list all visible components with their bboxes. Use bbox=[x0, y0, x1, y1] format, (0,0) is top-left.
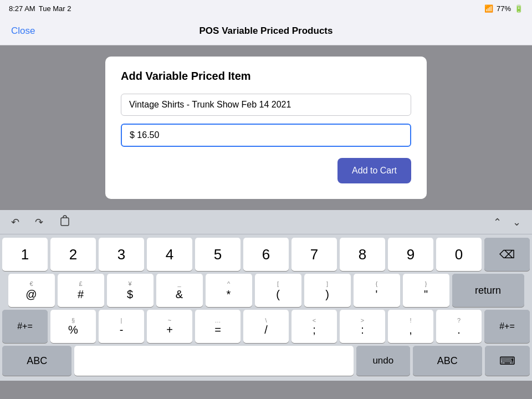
key-9[interactable]: 9 bbox=[388, 238, 433, 271]
close-button[interactable]: Close bbox=[11, 25, 35, 37]
key-semicolon[interactable]: < ; bbox=[291, 310, 337, 343]
key-delete[interactable]: ⌫ bbox=[484, 238, 530, 271]
key-keyboard-dismiss[interactable]: ⌨ bbox=[485, 346, 530, 376]
add-to-cart-button[interactable]: Add to Cart bbox=[337, 158, 411, 183]
key-asterisk[interactable]: ^ * bbox=[206, 274, 252, 307]
key-question[interactable]: ? . bbox=[436, 310, 482, 343]
key-abc-right[interactable]: ABC bbox=[413, 346, 482, 376]
key-plus[interactable]: ~ + bbox=[147, 310, 192, 343]
key-6[interactable]: 6 bbox=[243, 238, 289, 271]
page-title: POS Variable Priced Products bbox=[200, 25, 333, 37]
key-close-paren[interactable]: ] ) bbox=[304, 274, 351, 307]
modal-card: Add Variable Priced Item Add to Cart bbox=[105, 57, 427, 199]
keyboard: 1 2 3 4 5 6 7 8 9 0 ⌫ € @ £ # ¥ $ _ & ^ … bbox=[0, 234, 532, 381]
key-hashtag-toggle-right[interactable]: #+= bbox=[484, 310, 530, 343]
key-return[interactable]: return bbox=[452, 274, 524, 307]
collapse-keyboard-down[interactable]: ⌄ bbox=[509, 214, 524, 231]
status-bar: 8:27 AM Tue Mar 2 📶 77% 🔋 bbox=[0, 0, 532, 17]
product-name-input[interactable] bbox=[121, 94, 411, 116]
key-5[interactable]: 5 bbox=[195, 238, 241, 271]
keyboard-special-row: #+= § % | - ~ + … = \ / < ; > : ! bbox=[2, 310, 530, 343]
key-exclamation[interactable]: ! , bbox=[388, 310, 433, 343]
key-4[interactable]: 4 bbox=[147, 238, 192, 271]
toolbar-left: ↶ ↷ bbox=[8, 212, 74, 232]
keyboard-bottom-row: ABC undo ABC ⌨ bbox=[2, 346, 530, 376]
modal-actions: Add to Cart bbox=[121, 158, 411, 183]
keyboard-symbol-row: € @ £ # ¥ $ _ & ^ * [ ( ] ) { ' bbox=[2, 274, 530, 307]
key-apostrophe[interactable]: { ' bbox=[354, 274, 400, 307]
modal-heading: Add Variable Priced Item bbox=[121, 70, 411, 83]
key-open-paren[interactable]: [ ( bbox=[255, 274, 301, 307]
wifi-icon: 📶 bbox=[484, 4, 493, 13]
key-ampersand[interactable]: _ & bbox=[156, 274, 203, 307]
collapse-keyboard-up[interactable]: ⌃ bbox=[490, 214, 505, 231]
key-space[interactable] bbox=[74, 346, 354, 376]
key-dollar[interactable]: ¥ $ bbox=[107, 274, 154, 307]
key-1[interactable]: 1 bbox=[2, 238, 48, 271]
redo-toolbar-button[interactable]: ↷ bbox=[32, 214, 47, 231]
key-hashtag-toggle[interactable]: #+= bbox=[2, 310, 48, 343]
keyboard-toolbar: ↶ ↷ ⌃ ⌄ bbox=[0, 210, 532, 234]
keyboard-number-row: 1 2 3 4 5 6 7 8 9 0 ⌫ bbox=[2, 238, 530, 271]
key-minus[interactable]: | - bbox=[99, 310, 144, 343]
key-percent[interactable]: § % bbox=[50, 310, 96, 343]
battery-icon: 🔋 bbox=[514, 4, 523, 13]
key-2[interactable]: 2 bbox=[50, 238, 96, 271]
key-at[interactable]: € @ bbox=[8, 274, 55, 307]
svg-rect-0 bbox=[61, 218, 69, 226]
key-quote[interactable]: } " bbox=[403, 274, 449, 307]
key-equals[interactable]: … = bbox=[195, 310, 241, 343]
key-slash[interactable]: \ / bbox=[243, 310, 289, 343]
battery-level: 77% bbox=[497, 4, 511, 13]
key-hash[interactable]: £ # bbox=[58, 274, 104, 307]
status-date: Tue Mar 2 bbox=[39, 4, 71, 13]
key-0[interactable]: 0 bbox=[436, 238, 482, 271]
modal-area: Add Variable Priced Item Add to Cart bbox=[0, 45, 532, 210]
price-input[interactable] bbox=[121, 124, 411, 147]
toolbar-right: ⌃ ⌄ bbox=[490, 214, 524, 231]
key-colon[interactable]: > : bbox=[340, 310, 385, 343]
nav-bar: Close POS Variable Priced Products bbox=[0, 17, 532, 45]
key-3[interactable]: 3 bbox=[99, 238, 144, 271]
clipboard-toolbar-button[interactable] bbox=[55, 212, 74, 232]
key-abc-left[interactable]: ABC bbox=[2, 346, 71, 376]
key-7[interactable]: 7 bbox=[291, 238, 337, 271]
undo-toolbar-button[interactable]: ↶ bbox=[8, 214, 23, 231]
key-8[interactable]: 8 bbox=[340, 238, 385, 271]
status-time: 8:27 AM bbox=[9, 4, 35, 13]
key-undo[interactable]: undo bbox=[356, 346, 410, 376]
